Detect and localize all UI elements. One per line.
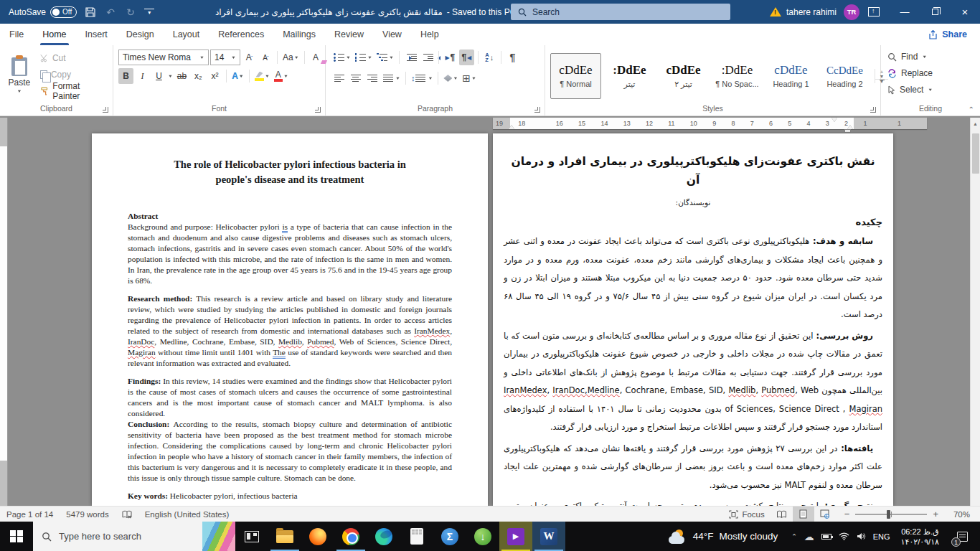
find-button[interactable]: Find▼: [887, 50, 933, 64]
ltr-text-direction-button[interactable]: ▶¶: [443, 50, 458, 65]
font-color-button[interactable]: A▼: [273, 68, 290, 84]
italic-button[interactable]: I: [135, 68, 150, 84]
align-left-button[interactable]: [332, 70, 347, 86]
style-titr-2[interactable]: cDdEe تیتر ۲: [658, 53, 709, 99]
copy-button[interactable]: Copy: [38, 67, 109, 82]
web-layout-button[interactable]: [814, 507, 836, 522]
tab-home[interactable]: Home: [33, 24, 75, 45]
style-heading-2[interactable]: CcDdEe Heading 2: [819, 53, 870, 99]
battery-icon[interactable]: [821, 534, 831, 540]
language-indicator[interactable]: English (United States): [138, 507, 236, 522]
zoom-in-button[interactable]: +: [933, 509, 938, 519]
clock[interactable]: 06:22 ق.ظ ۱۴۰۲/۰۹/۱۸: [897, 527, 943, 547]
start-button[interactable]: [0, 522, 33, 551]
search-bar[interactable]: Search: [511, 4, 730, 20]
chrome-button[interactable]: [334, 522, 367, 551]
select-button[interactable]: Select▼: [887, 83, 933, 97]
replace-button[interactable]: Replace: [887, 66, 933, 80]
undo-icon[interactable]: ↶: [104, 6, 117, 19]
task-view-button[interactable]: [235, 522, 268, 551]
scroll-up-icon[interactable]: ▲: [971, 118, 980, 129]
zoom-out-button[interactable]: −: [844, 509, 850, 519]
redo-icon[interactable]: ↻: [124, 6, 137, 19]
shading-button[interactable]: ▼: [442, 70, 459, 86]
hidden-icons-chevron[interactable]: ⌃: [791, 533, 797, 540]
taskbar-search[interactable]: Type here to search: [33, 522, 235, 551]
customize-qat-icon[interactable]: ▾: [144, 9, 154, 16]
page-persian[interactable]: نقش باکتری عفونت‌زای هلیکوباکترپیلوری در…: [493, 133, 893, 506]
tab-insert[interactable]: Insert: [76, 24, 117, 45]
style-normal[interactable]: cDdEe ¶ Normal: [550, 53, 601, 99]
format-painter-button[interactable]: Format Painter: [38, 84, 109, 98]
minimize-button[interactable]: —: [890, 0, 920, 24]
print-layout-button[interactable]: [793, 507, 814, 522]
calculator-button[interactable]: [400, 522, 433, 551]
style-titr[interactable]: :DdEe تیتر: [604, 53, 655, 99]
clear-formatting-button[interactable]: A: [308, 50, 324, 65]
highlight-button[interactable]: ▼: [253, 68, 271, 84]
justify-button[interactable]: ▼: [382, 70, 402, 86]
wifi-icon[interactable]: [839, 532, 849, 540]
language-tray[interactable]: ENG: [873, 532, 890, 541]
proofing-status[interactable]: [116, 507, 138, 522]
tab-design[interactable]: Design: [117, 24, 164, 45]
word-app-button[interactable]: W: [532, 522, 565, 551]
decrease-indent-button[interactable]: [403, 50, 418, 65]
tab-review[interactable]: Review: [325, 24, 373, 45]
align-center-button[interactable]: [349, 70, 364, 86]
style-heading-1[interactable]: cDdEe Heading 1: [765, 53, 816, 99]
strikethrough-button[interactable]: ab: [174, 68, 189, 84]
user-name[interactable]: tahere rahimi: [786, 7, 837, 17]
underline-caret-icon[interactable]: ▼: [168, 74, 173, 78]
clipboard-dialog-launcher[interactable]: [103, 107, 108, 113]
tab-help[interactable]: Help: [411, 24, 448, 45]
ribbon-display-options-icon[interactable]: [868, 7, 880, 17]
show-hide-marks-button[interactable]: ¶: [505, 50, 520, 65]
cut-button[interactable]: Cut: [38, 51, 109, 65]
tab-view[interactable]: View: [373, 24, 411, 45]
math-app-button[interactable]: Σ: [433, 522, 466, 551]
zoom-slider-thumb[interactable]: [887, 510, 890, 519]
font-dialog-launcher[interactable]: [315, 107, 321, 113]
bullets-button[interactable]: ▼: [332, 50, 352, 65]
collapse-ribbon-icon[interactable]: ⌃: [969, 105, 974, 113]
search-box-picture[interactable]: [202, 522, 235, 551]
read-mode-button[interactable]: [771, 507, 793, 522]
share-button[interactable]: Share: [915, 24, 980, 45]
underline-button[interactable]: U: [151, 68, 166, 84]
vertical-scrollbar[interactable]: ▲: [970, 118, 980, 506]
speaker-icon[interactable]: [857, 532, 866, 540]
autosave-toggle[interactable]: AutoSave Off: [9, 6, 77, 18]
firefox-button[interactable]: [301, 522, 334, 551]
left-indent-marker[interactable]: [844, 129, 851, 133]
increase-indent-button[interactable]: [420, 50, 435, 65]
page-indicator[interactable]: Page 1 of 14: [0, 507, 60, 522]
subscript-button[interactable]: x₂: [191, 68, 206, 84]
warning-icon[interactable]: [770, 7, 781, 17]
paste-button[interactable]: Paste ▼: [2, 48, 37, 103]
tab-layout[interactable]: Layout: [164, 24, 209, 45]
scrollbar-thumb[interactable]: [972, 133, 979, 174]
weather-widget[interactable]: 44°F Mostly cloudy: [661, 529, 785, 544]
save-icon[interactable]: [84, 6, 97, 19]
hanging-indent-marker[interactable]: [847, 122, 853, 129]
multilevel-list-button[interactable]: ▼: [375, 50, 395, 65]
change-case-button[interactable]: Aa▼: [281, 50, 301, 65]
tab-references[interactable]: References: [209, 24, 273, 45]
line-spacing-button[interactable]: ↕▼: [410, 70, 434, 86]
autosave-pill[interactable]: Off: [50, 6, 77, 18]
page-english[interactable]: The role of Helicobacter pylori infectio…: [92, 133, 488, 506]
onedrive-icon[interactable]: ☁: [804, 531, 814, 542]
superscript-button[interactable]: x²: [207, 68, 222, 84]
idm-button[interactable]: ↓: [466, 522, 499, 551]
avatar[interactable]: TR: [844, 4, 859, 20]
sort-button[interactable]: AZ↓: [482, 50, 497, 65]
numbering-button[interactable]: ▼: [354, 50, 374, 65]
zoom-level[interactable]: 70%: [947, 507, 980, 522]
action-center-button[interactable]: 1: [950, 522, 974, 551]
text-effects-button[interactable]: A▼: [230, 68, 245, 84]
close-button[interactable]: ×: [950, 0, 980, 24]
saved-status[interactable]: - Saved to this PC: [447, 7, 517, 17]
right-indent-marker[interactable]: [509, 122, 514, 129]
edge-button[interactable]: [367, 522, 400, 551]
